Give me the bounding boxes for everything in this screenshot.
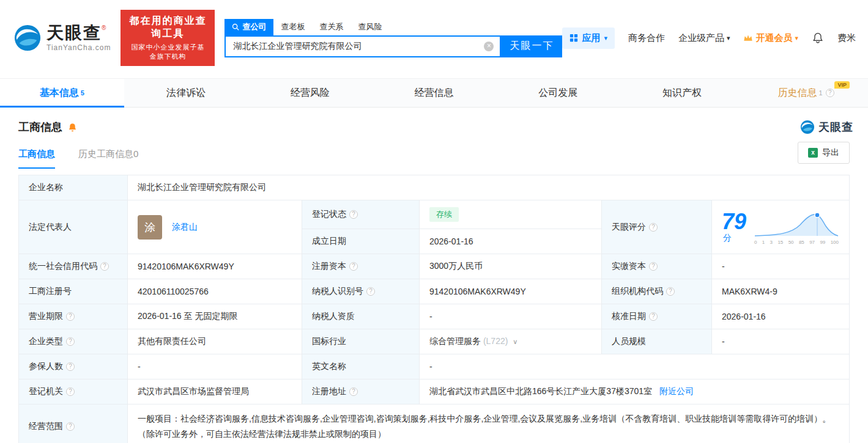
help-icon[interactable]: ? (66, 362, 75, 371)
table-row: 企业名称 湖北长江企业管理研究院有限公司 (19, 175, 850, 200)
banner-line-1: 都在用的商业查询工具 (128, 15, 207, 40)
apps-label: 应用 (582, 32, 600, 44)
search-tab-relation[interactable]: 查关系 (312, 19, 351, 35)
label-text: 登记机关 (29, 386, 63, 396)
chevron-down-icon: ▾ (795, 34, 798, 42)
search-area: 查公司 查老板 查关系 查风险 × 天眼一下 (224, 19, 562, 57)
reg-status-value: 存续 (420, 200, 602, 229)
staff-size-label: 人员规模 (602, 329, 712, 354)
taxpayer-id-label: 纳税人识别号? (302, 279, 420, 304)
apps-button[interactable]: 应用 ▾ (562, 27, 615, 49)
org-code-label: 组织机构代码? (602, 279, 712, 304)
chevron-down-icon[interactable]: ∨ (513, 338, 517, 345)
reg-no-value: 420106110025766 (128, 279, 302, 304)
tab-label: 法律诉讼 (166, 87, 206, 100)
industry-name: 综合管理服务 (429, 336, 481, 346)
chevron-down-icon: ▾ (604, 34, 607, 42)
clear-icon[interactable]: × (484, 42, 494, 51)
tianyancha-watermark: 天眼查 (800, 120, 853, 134)
enterprise-products-link[interactable]: 企业级产品 ▾ (678, 32, 730, 44)
credit-code-value: 91420106MAK6XRW49Y (128, 254, 302, 279)
help-icon[interactable]: ? (66, 387, 75, 396)
tab-label: 经营风险 (291, 87, 330, 100)
reg-authority-value: 武汉市武昌区市场监督管理局 (128, 379, 302, 405)
help-icon[interactable]: ? (826, 89, 834, 97)
search-tab-risk[interactable]: 查风险 (351, 19, 389, 35)
reg-address-value: 湖北省武汉市武昌区中北路166号长江产业大厦37楼3701室 附近公司 (420, 379, 850, 405)
crown-icon (743, 34, 753, 42)
help-icon[interactable]: ? (349, 262, 358, 271)
tab-label: 公司发展 (538, 87, 577, 100)
nearby-companies-link[interactable]: 附近公司 (659, 386, 694, 396)
label-text: 实缴资本 (612, 261, 646, 271)
search-input[interactable] (232, 41, 484, 52)
help-icon[interactable]: ? (349, 210, 358, 219)
tab-company-development[interactable]: 公司发展 (496, 79, 620, 107)
legal-rep-avatar[interactable]: 涂 (138, 215, 162, 240)
industry-label: 国标行业 (302, 329, 420, 354)
tab-legal-proceedings[interactable]: 法律诉讼 (124, 79, 248, 107)
subtab-business-info[interactable]: 工商信息 (18, 148, 55, 169)
legal-rep-label: 法定代表人 (19, 200, 128, 254)
score-number: 79分 (722, 211, 747, 244)
subtab-history-business-info[interactable]: 历史工商信息0 (78, 148, 138, 169)
business-term-value: 2026-01-16 至 无固定期限 (128, 304, 302, 329)
business-info-table: 企业名称 湖北长江企业管理研究院有限公司 法定代表人 涂 涂君山 登记状态? 存… (18, 175, 850, 443)
vip-membership-link[interactable]: 开通会员 ▾ (743, 32, 798, 44)
tab-history-info[interactable]: VIP 历史信息1 ? (744, 79, 868, 107)
tab-intellectual-property[interactable]: 知识产权 (620, 79, 744, 107)
label-text: 登记状态 (312, 209, 346, 219)
tianyancha-logo-icon (13, 24, 42, 52)
search-button[interactable]: 天眼一下 (501, 35, 562, 57)
score-unit: 分 (723, 233, 732, 243)
tab-operating-risk[interactable]: 经营风险 (248, 79, 372, 107)
excel-icon: x (808, 148, 818, 158)
help-icon[interactable]: ? (366, 287, 375, 296)
export-button[interactable]: x 导出 (798, 142, 850, 164)
username[interactable]: 费米 (837, 32, 856, 44)
help-icon[interactable]: ? (649, 223, 658, 232)
tab-basic-info[interactable]: 基本信息5 (0, 79, 124, 107)
header-right-nav: 应用 ▾ 商务合作 企业级产品 ▾ 开通会员 ▾ 费米 (562, 27, 856, 49)
section-header: 工商信息 天眼查 (0, 108, 868, 137)
label-text: 统一社会信用代码 (29, 261, 97, 271)
help-icon[interactable]: ? (649, 262, 658, 271)
table-row: 统一社会信用代码? 91420106MAK6XRW49Y 注册资本? 3000万… (19, 254, 850, 279)
help-icon[interactable]: ? (66, 312, 75, 321)
promo-banner: 都在用的商业查询工具 国家中小企业发展子基金旗下机构 (121, 10, 215, 66)
staff-size-value: - (712, 329, 850, 354)
subscribe-bell-icon[interactable] (67, 122, 78, 133)
notification-bell-icon[interactable] (812, 32, 824, 44)
establish-date-value: 2026-01-16 (420, 229, 602, 254)
help-icon[interactable]: ? (349, 387, 358, 396)
table-row: 工商注册号 420106110025766 纳税人识别号? 91420106MA… (19, 279, 850, 304)
help-icon[interactable]: ? (66, 337, 75, 346)
status-badge: 存续 (429, 207, 459, 222)
tianyancha-logo[interactable]: 天眼查® TianYanCha.com (13, 24, 111, 52)
banner-line-2: 国家中小企业发展子基金旗下机构 (128, 43, 207, 61)
logo-reg-mark: ® (102, 24, 106, 31)
reg-status-label: 登记状态? (302, 200, 420, 229)
tab-operating-info[interactable]: 经营信息 (372, 79, 496, 107)
help-icon[interactable]: ? (100, 262, 109, 271)
table-row: 经营范围? 一般项目：社会经济咨询服务,信息技术咨询服务,企业管理咨询,咨询策划… (19, 405, 850, 443)
help-icon[interactable]: ? (666, 287, 675, 296)
search-tab-boss[interactable]: 查老板 (273, 19, 312, 35)
paidin-capital-label: 实缴资本? (602, 254, 712, 279)
help-icon[interactable]: ? (66, 422, 75, 431)
watermark-text: 天眼查 (818, 120, 853, 134)
label-text: 注册地址 (312, 386, 346, 396)
reg-capital-label: 注册资本? (302, 254, 420, 279)
section-title: 工商信息 (18, 120, 62, 134)
label-text: 经营范围 (29, 421, 63, 431)
help-icon[interactable]: ? (649, 312, 658, 321)
score-chart: 0131550859799100 (754, 209, 839, 245)
search-input-wrap: × (224, 35, 501, 57)
enterprise-products-label: 企业级产品 (678, 32, 724, 44)
legal-rep-value: 涂 涂君山 (128, 200, 302, 254)
business-coop-link[interactable]: 商务合作 (628, 32, 665, 44)
business-scope-value: 一般项目：社会经济咨询服务,信息技术咨询服务,企业管理咨询,咨询策划服务,科技中… (128, 405, 850, 443)
legal-rep-link[interactable]: 涂君山 (172, 222, 198, 232)
score-big: 79 (722, 209, 746, 234)
search-tab-company[interactable]: 查公司 (224, 19, 273, 35)
